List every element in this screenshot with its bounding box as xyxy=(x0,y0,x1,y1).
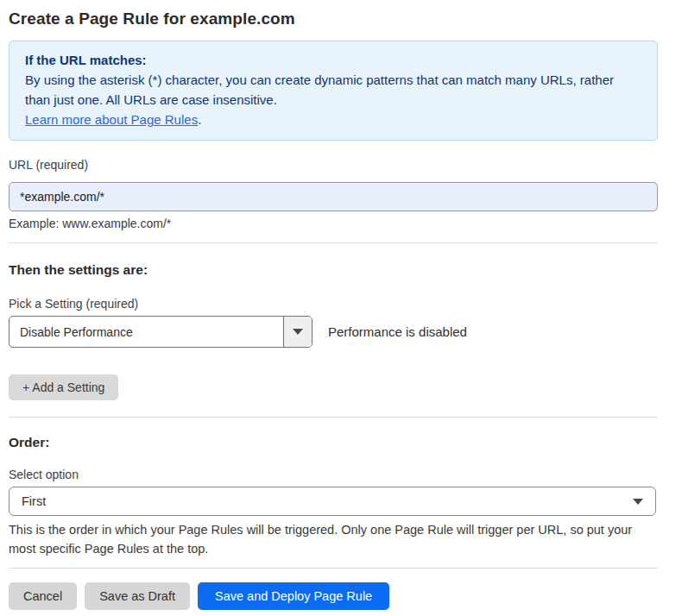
order-section-heading: Order: xyxy=(9,435,658,450)
link-suffix: . xyxy=(198,112,201,127)
page-title: Create a Page Rule for example.com xyxy=(9,9,658,29)
setting-status-text: Performance is disabled xyxy=(328,324,467,339)
url-input[interactable] xyxy=(9,182,658,211)
order-helper-text: This is the order in which your Page Rul… xyxy=(9,520,652,558)
info-box-link-line: Learn more about Page Rules. xyxy=(25,110,641,129)
footer-actions: Cancel Save as Draft Save and Deploy Pag… xyxy=(9,582,658,610)
pick-setting-label: Pick a Setting (required) xyxy=(9,297,658,311)
order-select-value: First xyxy=(22,494,46,508)
divider xyxy=(9,568,658,569)
setting-select-arrow-button[interactable] xyxy=(283,317,312,347)
save-and-deploy-button[interactable]: Save and Deploy Page Rule xyxy=(198,582,389,610)
info-box-heading: If the URL matches: xyxy=(25,50,641,70)
url-example-helper: Example: www.example.com/* xyxy=(9,217,658,230)
order-select-label: Select option xyxy=(9,468,658,481)
setting-select[interactable]: Disable Performance xyxy=(9,316,313,348)
chevron-down-icon xyxy=(293,329,303,335)
setting-picker-row: Disable Performance Performance is disab… xyxy=(9,316,658,348)
divider xyxy=(9,417,658,418)
cancel-button[interactable]: Cancel xyxy=(9,582,77,610)
order-select[interactable]: First xyxy=(9,487,656,516)
url-field-label: URL (required) xyxy=(9,158,658,172)
url-matches-info-box: If the URL matches: By using the asteris… xyxy=(9,41,658,141)
save-as-draft-button[interactable]: Save as Draft xyxy=(85,582,190,610)
settings-section-heading: Then the settings are: xyxy=(9,262,658,278)
learn-more-link[interactable]: Learn more about Page Rules xyxy=(25,112,198,127)
info-box-body: By using the asterisk (*) character, you… xyxy=(25,70,641,110)
add-setting-button[interactable]: + Add a Setting xyxy=(9,374,118,400)
setting-select-value: Disable Performance xyxy=(9,317,283,347)
divider xyxy=(9,242,658,243)
chevron-down-icon xyxy=(633,499,643,505)
